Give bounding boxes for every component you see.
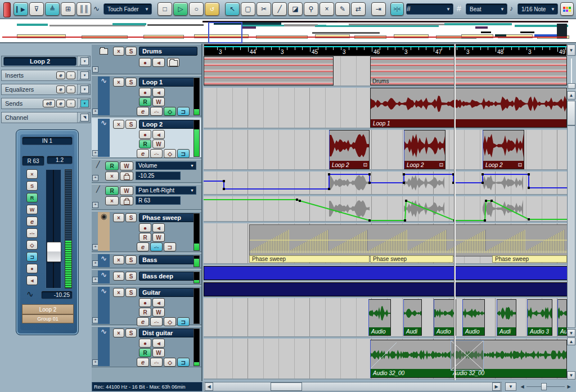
write-button[interactable]: W bbox=[26, 205, 38, 214]
channel-fader-handle[interactable] bbox=[47, 242, 61, 262]
write-button[interactable]: W bbox=[152, 233, 165, 242]
folder-open-button[interactable] bbox=[167, 58, 179, 67]
inspector-section-inserts[interactable]: Insertse▫▾ bbox=[1, 70, 91, 81]
inserts-bypass-button[interactable]: -▫- bbox=[150, 317, 163, 326]
monitor-button[interactable]: ◄ bbox=[152, 130, 165, 139]
write-button[interactable]: W bbox=[152, 308, 165, 317]
automation-handle[interactable] bbox=[328, 173, 330, 175]
event-drums[interactable]: Drums bbox=[370, 56, 567, 85]
inserts-bypass-button[interactable]: -▫- bbox=[150, 242, 163, 251]
draw-tool-button[interactable]: ✎ bbox=[335, 2, 350, 16]
lock-button[interactable] bbox=[120, 172, 133, 181]
mute-tool-button[interactable]: × bbox=[320, 2, 334, 16]
event-guitar[interactable]: Audi bbox=[403, 299, 422, 336]
monitor-button[interactable]: ◄ bbox=[152, 58, 165, 67]
channel-name[interactable]: Loop 2 bbox=[22, 304, 74, 314]
snap-button[interactable]: >|< bbox=[390, 2, 404, 16]
track-row-loop2[interactable]: +∿×SLoop 2●◄RWe-▫-◇⊐ bbox=[92, 118, 201, 158]
horizontal-scrollbar[interactable]: ◀ ▶ bbox=[204, 382, 502, 391]
mute-button[interactable]: × bbox=[113, 255, 124, 264]
open-pool-button[interactable]: ≜ bbox=[45, 2, 60, 16]
expand-button[interactable]: + bbox=[92, 66, 98, 73]
channel-pan-display[interactable]: R 63 bbox=[22, 156, 44, 166]
play-mode-button[interactable]: ▷ bbox=[173, 2, 188, 16]
track-name[interactable]: Bass deep bbox=[139, 272, 195, 281]
automation-handle[interactable] bbox=[296, 199, 298, 201]
track-controls-button[interactable]: ⊞ bbox=[61, 2, 75, 16]
write-button[interactable]: W bbox=[152, 97, 165, 106]
mute-button[interactable]: × bbox=[113, 213, 124, 222]
record-button[interactable]: ● bbox=[139, 298, 151, 307]
sends-bypass-button[interactable]: ⊐ bbox=[177, 358, 190, 367]
read-button[interactable]: R bbox=[105, 161, 119, 170]
edit-button[interactable]: e bbox=[26, 217, 38, 226]
automation-handle[interactable] bbox=[328, 188, 330, 190]
inspector-title-tab[interactable]: ▾ bbox=[77, 56, 90, 66]
automation-handle[interactable] bbox=[368, 219, 371, 222]
solo-button[interactable]: S bbox=[125, 272, 137, 281]
monitor-button[interactable]: ◄ bbox=[152, 339, 165, 348]
record-enable-button[interactable]: R bbox=[139, 233, 151, 242]
track-name[interactable]: Bass bbox=[139, 255, 195, 264]
automation-handle[interactable] bbox=[528, 187, 530, 189]
automation-parameter-select[interactable]: Pan Left-Right▼ bbox=[136, 186, 196, 195]
select-tool-button[interactable]: ↖ bbox=[225, 2, 240, 16]
automation-handle[interactable] bbox=[403, 173, 405, 175]
mute-button[interactable]: × bbox=[113, 328, 124, 337]
write-button[interactable]: W bbox=[152, 348, 165, 357]
monitor-button[interactable]: ◄ bbox=[152, 88, 165, 97]
event-guitar[interactable]: Audio bbox=[434, 299, 456, 336]
channel-output[interactable]: Group 01 bbox=[22, 314, 74, 323]
event-bass[interactable] bbox=[204, 266, 567, 280]
lasso-mode-button[interactable]: ↺ bbox=[205, 2, 219, 16]
zoom-in-h-button[interactable]: ▶ bbox=[565, 382, 573, 391]
inserts-bypass-button[interactable]: -▫- bbox=[150, 358, 163, 367]
track-row-bass[interactable]: +∿×SBass bbox=[92, 253, 201, 268]
mute-button[interactable]: × bbox=[113, 47, 124, 56]
lane-loop2[interactable]: Loop 2⊡Loop 2⊡Loop 2⊡ bbox=[204, 130, 567, 170]
show-inspector-button[interactable]: ▎▶ bbox=[14, 2, 28, 16]
split-tool-button[interactable]: ✂ bbox=[256, 2, 271, 16]
track-row-guitar[interactable]: +∿×SGuitar●◄RWe-▫-◇⊐ bbox=[92, 286, 201, 325]
circle-mode-button[interactable]: ○ bbox=[189, 2, 204, 16]
lane-bass[interactable] bbox=[204, 265, 567, 281]
record-enable-button[interactable]: R bbox=[139, 139, 151, 148]
eq-bypass-button[interactable]: ◇ bbox=[164, 149, 176, 158]
inspector-section-sends[interactable]: Sendse8e▫▾ bbox=[1, 98, 91, 109]
bypass-icon[interactable]: ▫ bbox=[66, 85, 75, 93]
track-scale-thumb[interactable] bbox=[568, 83, 575, 89]
lane-guitar[interactable]: AudioAudiAudioAudioAudiAudio 3Auc bbox=[204, 298, 567, 337]
automation-handle[interactable] bbox=[368, 173, 371, 175]
quantize-select[interactable]: 1/16 Note ▼ bbox=[518, 3, 558, 15]
mute-button[interactable]: × bbox=[113, 120, 124, 129]
bypass-icon[interactable]: ▫ bbox=[66, 100, 75, 107]
channel-gain-display[interactable]: 1.2 bbox=[47, 156, 73, 164]
timeline-ruler[interactable]: 344345346347348349 bbox=[204, 44, 567, 56]
eq-bypass-button[interactable]: ◇ bbox=[164, 317, 176, 326]
eq-bypass-button[interactable]: ◇ bbox=[26, 240, 38, 250]
event-loop2[interactable]: Loop 2⊡ bbox=[483, 130, 524, 169]
record-enable-button[interactable]: R bbox=[139, 348, 151, 357]
horizontal-zoom-slider[interactable]: ◀ ▶ bbox=[519, 382, 573, 391]
scroll-down-button[interactable]: ▼ bbox=[567, 371, 575, 380]
automation-handle[interactable] bbox=[403, 182, 405, 184]
sends-bypass-button[interactable]: ⊐ bbox=[177, 107, 190, 116]
record-button[interactable]: ● bbox=[139, 339, 151, 348]
sends-bypass-button[interactable]: ⊐ bbox=[177, 317, 190, 326]
event-bass-deep[interactable] bbox=[204, 282, 567, 296]
playhead-cursor[interactable] bbox=[454, 44, 456, 380]
mute-button[interactable]: × bbox=[113, 288, 124, 297]
channel-input[interactable]: IN 1 bbox=[22, 137, 73, 145]
edit-button[interactable]: e bbox=[137, 358, 149, 367]
lane-dist[interactable]: Audio 32_00Audio 32_00 bbox=[204, 339, 567, 380]
edit-icon[interactable]: e bbox=[56, 100, 65, 107]
bypass-icon[interactable]: ▫ bbox=[66, 71, 75, 79]
project-overview[interactable] bbox=[0, 19, 576, 43]
lane-loop1[interactable]: Loop 1 bbox=[204, 88, 567, 129]
timewarp-tool-button[interactable]: ⇄ bbox=[351, 2, 366, 16]
mute-button[interactable]: × bbox=[105, 172, 119, 181]
lane-bassdeep[interactable] bbox=[204, 282, 567, 297]
write-button[interactable]: W bbox=[152, 139, 165, 148]
automation-handle[interactable] bbox=[404, 219, 406, 222]
automation-handle[interactable] bbox=[223, 180, 225, 182]
